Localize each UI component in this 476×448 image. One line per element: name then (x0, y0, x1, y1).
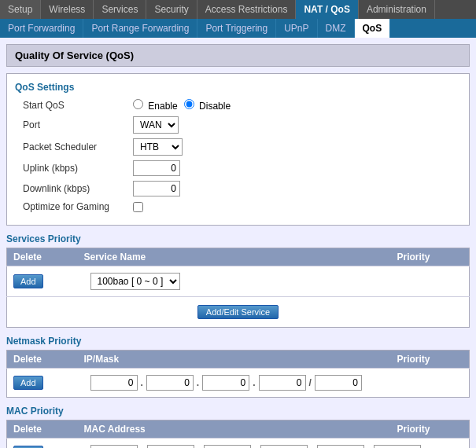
port-label: Port (23, 119, 133, 130)
packet-scheduler-label: Packet Scheduler (23, 141, 133, 152)
add-edit-service-button[interactable]: Add/Edit Service (197, 305, 279, 319)
top-nav-nat-qos[interactable]: NAT / QoS (296, 0, 358, 19)
packet-scheduler-select[interactable]: HTB HFSC (133, 138, 183, 156)
disable-label[interactable]: Disable (184, 99, 231, 112)
mac-priority-header: Priority (391, 420, 470, 439)
netmask-priority-header: Priority (391, 351, 470, 369)
netmask-add-row: Add . . . / (7, 369, 470, 398)
port-select[interactable]: WAN LAN (133, 116, 179, 134)
downlink-row: Downlink (kbps) (15, 181, 461, 196)
mac-add-controls: : : : : : (84, 442, 463, 448)
services-priority-title: Services Priority (6, 233, 470, 244)
mac-add-row: Add : : : : : (7, 439, 470, 449)
netmask-slash: / (309, 377, 312, 388)
netmask-ip1[interactable] (90, 375, 138, 391)
add-edit-btn-container: Add/Edit Service (13, 300, 463, 324)
top-nav-administration[interactable]: Administration (359, 0, 435, 19)
services-priority-header: Priority (391, 248, 470, 266)
uplink-control (133, 160, 180, 176)
port-row: Port WAN LAN (15, 116, 461, 134)
netmask-ip-header: IP/Mask (78, 351, 391, 369)
netmask-add-controls: . . . / (84, 372, 463, 394)
mac-field-5[interactable] (317, 445, 364, 448)
mac-field-3[interactable] (204, 445, 251, 448)
qos-settings-title: QoS Settings (15, 82, 461, 93)
services-priority-table: Delete Service Name Priority Add 100bao … (6, 248, 470, 328)
services-add-edit-row: Add/Edit Service (7, 297, 470, 328)
top-nav-services[interactable]: Services (94, 0, 146, 19)
netmask-dot2: . (197, 377, 199, 388)
service-select[interactable]: 100bao [ 0 ~ 0 ] (90, 273, 180, 290)
mac-delete-header: Delete (7, 420, 78, 439)
start-qos-control: Enable Disable (133, 99, 231, 112)
tab-qos[interactable]: QoS (355, 19, 391, 38)
top-nav-access-restrictions[interactable]: Access Restrictions (197, 0, 297, 19)
netmask-ip2[interactable] (146, 375, 194, 391)
netmask-dot3: . (253, 377, 255, 388)
optimize-gaming-label: Optimize for Gaming (23, 201, 133, 212)
uplink-input[interactable] (133, 160, 180, 176)
downlink-label: Downlink (kbps) (23, 183, 133, 194)
mac-priority-section: MAC Priority Delete MAC Address Priority… (6, 406, 470, 448)
start-qos-row: Start QoS Enable Disable (15, 99, 461, 112)
disable-text: Disable (199, 101, 231, 112)
netmask-priority-section: Netmask Priority Delete IP/Mask Priority… (6, 336, 470, 398)
sub-nav: Port Forwarding Port Range Forwarding Po… (0, 19, 476, 38)
uplink-row: Uplink (kbps) (15, 160, 461, 176)
packet-scheduler-row: Packet Scheduler HTB HFSC (15, 138, 461, 156)
enable-text: Enable (148, 101, 177, 112)
start-qos-disable-radio[interactable] (184, 99, 194, 109)
uplink-label: Uplink (kbps) (23, 163, 133, 174)
tab-port-range-forwarding[interactable]: Port Range Forwarding (83, 19, 197, 38)
section-header: Quality Of Service (QoS) (6, 44, 470, 67)
main-content: Quality Of Service (QoS) QoS Settings St… (0, 38, 476, 448)
services-add-button[interactable]: Add (13, 274, 43, 288)
top-nav-wireless[interactable]: Wireless (41, 0, 94, 19)
services-add-controls: 100bao [ 0 ~ 0 ] (84, 270, 463, 293)
downlink-input[interactable] (133, 181, 180, 196)
section-title: Quality Of Service (QoS) (15, 50, 134, 61)
optimize-gaming-row: Optimize for Gaming (15, 201, 461, 212)
tab-port-triggering[interactable]: Port Triggering (197, 19, 276, 38)
tab-dmz[interactable]: DMZ (318, 19, 355, 38)
tab-upnp[interactable]: UPnP (276, 19, 317, 38)
netmask-mask[interactable] (315, 375, 362, 391)
services-add-row: Add 100bao [ 0 ~ 0 ] (7, 266, 470, 297)
start-qos-enable-radio[interactable] (133, 99, 143, 109)
qos-settings-panel: QoS Settings Start QoS Enable Disable Po… (6, 73, 470, 226)
tab-port-forwarding[interactable]: Port Forwarding (0, 19, 83, 38)
start-qos-label: Start QoS (23, 100, 133, 111)
mac-field-2[interactable] (147, 445, 194, 448)
netmask-priority-title: Netmask Priority (6, 336, 470, 347)
netmask-priority-table: Delete IP/Mask Priority Add . . (6, 350, 470, 398)
netmask-dot1: . (141, 377, 143, 388)
enable-label[interactable]: Enable (133, 99, 178, 112)
services-name-header: Service Name (78, 248, 391, 266)
services-delete-header: Delete (7, 248, 78, 266)
top-nav-setup[interactable]: Setup (0, 0, 41, 19)
top-nav: Setup Wireless Services Security Access … (0, 0, 476, 19)
optimize-gaming-checkbox[interactable] (133, 202, 143, 212)
netmask-ip3[interactable] (202, 375, 249, 391)
netmask-delete-header: Delete (7, 351, 78, 369)
mac-field-6[interactable] (374, 445, 421, 448)
mac-priority-title: MAC Priority (6, 406, 470, 417)
top-nav-security[interactable]: Security (146, 0, 197, 19)
mac-field-1[interactable] (90, 445, 138, 448)
mac-field-4[interactable] (260, 445, 308, 448)
downlink-control (133, 181, 180, 196)
netmask-ip4[interactable] (259, 375, 306, 391)
optimize-gaming-control (133, 202, 143, 212)
services-priority-section: Services Priority Delete Service Name Pr… (6, 233, 470, 328)
mac-priority-table: Delete MAC Address Priority Add : (6, 420, 470, 448)
port-control: WAN LAN (133, 116, 179, 134)
netmask-add-button[interactable]: Add (13, 376, 43, 390)
packet-scheduler-control: HTB HFSC (133, 138, 183, 156)
mac-address-header: MAC Address (78, 420, 391, 439)
